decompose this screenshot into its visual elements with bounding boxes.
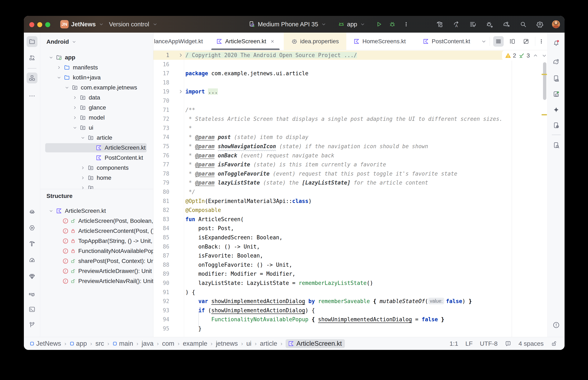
indent-widget[interactable]: 4 spaces [519, 340, 544, 347]
project-tree-item-ui[interactable]: ui [40, 123, 153, 133]
line-ending-widget[interactable]: LF [465, 340, 473, 347]
chevron-right-icon[interactable] [72, 95, 78, 100]
editor-tab-articlescreen-kt[interactable]: ArticleScreen.kt [211, 33, 280, 50]
build-tool-hammer-icon[interactable] [27, 238, 38, 249]
attach-debugger-icon[interactable] [485, 20, 494, 29]
structure-squares-icon[interactable] [27, 73, 38, 83]
run-configuration[interactable]: app [347, 21, 357, 28]
project-tree-item-data[interactable]: data [40, 93, 153, 103]
services-hexagon-play-icon[interactable] [27, 222, 38, 233]
more-actions-kebab-icon[interactable] [402, 20, 411, 29]
apply-code-changes-icon[interactable] [468, 20, 478, 29]
project-tree-item-manifests[interactable]: manifests [40, 62, 153, 73]
close-tab-icon[interactable] [270, 39, 275, 44]
project-folder-icon[interactable] [27, 36, 38, 47]
structure-function-item[interactable]: fsharePost(Post, Context): Un [40, 256, 153, 266]
caret-position-widget[interactable]: 1:1 [449, 340, 458, 347]
split-view-icon[interactable] [507, 36, 517, 47]
fold-collapsed-icon[interactable] [178, 51, 183, 60]
terminal-icon[interactable] [27, 304, 38, 315]
breadcrumb-src[interactable]: src [95, 340, 104, 347]
breadcrumb-ui[interactable]: ui [246, 340, 251, 347]
chevron-down-icon[interactable] [80, 135, 86, 140]
breadcrumb-article[interactable]: article [260, 340, 277, 347]
project-tree-item-kotlin-java[interactable]: kotlin+java [40, 73, 153, 83]
structure-function-item[interactable]: fArticleScreenContent(Post, () [40, 226, 153, 236]
logcat-cat-icon[interactable] [27, 289, 38, 300]
chevron-right-icon[interactable] [80, 166, 86, 170]
structure-function-item[interactable]: fPreviewArticleNavRail(): Unit [40, 276, 153, 286]
chevron-down-icon[interactable] [48, 55, 54, 60]
search-everywhere-icon[interactable] [519, 20, 528, 29]
editor-kebab-icon[interactable] [535, 39, 547, 44]
breadcrumb-java[interactable]: java [142, 340, 154, 347]
project-view-selector[interactable]: Android [46, 36, 76, 48]
editor-tab-lanceappwidget-kt[interactable]: lanceAppWidget.kt [149, 33, 207, 50]
project-tree-item-app[interactable]: app [40, 53, 153, 62]
breadcrumb-jetnews[interactable]: jetnews [216, 340, 238, 347]
tab-list-chevron-icon[interactable] [478, 39, 490, 44]
project-tree-item-home[interactable]: home [40, 173, 153, 183]
project-tree-item-articlescreen-kt[interactable]: ArticleScreen.kt [40, 143, 153, 153]
project-tree-item[interactable] [40, 183, 153, 189]
structure-function-item[interactable]: fPreviewArticleDrawer(): Unit [40, 266, 153, 276]
inspection-bubble-icon[interactable] [505, 340, 511, 347]
gradle-sync-icon[interactable] [502, 20, 511, 29]
project-widget[interactable]: JetNews [71, 16, 104, 33]
warning-stripe-mark[interactable] [542, 114, 547, 115]
run-button[interactable] [374, 20, 384, 29]
apply-changes-icon[interactable]: A [452, 20, 461, 29]
project-tree-item-glance[interactable]: glance [40, 103, 153, 113]
editor-tab-postcontent-kt[interactable]: PostContent.kt [418, 33, 475, 50]
editor-scrollbar-thumb[interactable] [543, 62, 546, 100]
structure-function-item[interactable]: fTopAppBar(String, () -> Unit, [40, 236, 153, 246]
structure-root-item[interactable]: ArticleScreen.kt [40, 206, 153, 216]
unlock-icon[interactable] [551, 340, 557, 347]
chevron-right-icon[interactable] [72, 105, 78, 110]
more-ellipsis-icon[interactable] [27, 91, 38, 101]
gradle-elephant-icon[interactable] [551, 57, 561, 67]
problems-alert-icon[interactable] [551, 320, 561, 330]
app-quality-insights-icon[interactable] [27, 207, 38, 218]
device-mirroring-icon[interactable] [551, 120, 561, 131]
project-tree-item-com-example-jetnews[interactable]: com.example.jetnews [40, 83, 153, 93]
device-selector[interactable]: Medium Phone API 35 [258, 21, 318, 28]
project-tree-item-model[interactable]: model [40, 113, 153, 123]
code-editor[interactable]: 1/ Copyright 2020 The Android Open Sourc… [153, 50, 547, 337]
project-logo[interactable]: JN [60, 20, 69, 28]
close-window-button[interactable] [29, 22, 34, 27]
app-inspection-diamond-icon[interactable] [27, 271, 38, 282]
project-tree-item-postcontent-kt[interactable]: PostContent.kt [40, 153, 153, 163]
breadcrumb-main[interactable]: main [113, 340, 133, 347]
zoom-window-button[interactable] [45, 22, 50, 27]
editor-tab-idea-properties[interactable]: idea.properties [284, 33, 346, 50]
code-view-icon[interactable] [493, 36, 504, 47]
project-tree-item-components[interactable]: components [40, 163, 153, 173]
debug-button[interactable] [388, 20, 397, 29]
notifications-bell-icon[interactable] [551, 38, 561, 48]
breadcrumb-articlescreen-kt[interactable]: ArticleScreen.kt [286, 339, 345, 348]
device-explorer-icon[interactable] [551, 140, 561, 151]
chevron-down-icon[interactable] [56, 75, 62, 80]
gemini-sparkle-icon[interactable] [551, 105, 561, 115]
vcs-widget[interactable]: Version control [109, 16, 158, 33]
chevron-right-icon[interactable] [56, 65, 62, 70]
minimize-window-button[interactable] [37, 22, 42, 27]
breadcrumb-jetnews[interactable]: JetNews [30, 340, 61, 347]
chevron-right-icon[interactable] [80, 176, 86, 180]
design-view-icon[interactable] [521, 36, 531, 47]
warning-stripe-mark[interactable] [542, 74, 547, 75]
inspections-widget[interactable]: 2 3 [502, 50, 547, 61]
structure-function-item[interactable]: fFunctionalityNotAvailablePopu [40, 246, 153, 256]
settings-gear-icon[interactable] [535, 20, 545, 29]
profiler-gauge-icon[interactable] [27, 255, 38, 266]
chevron-down-icon[interactable] [72, 125, 78, 130]
version-control-branch-icon[interactable] [27, 319, 38, 330]
editor-tab-homescreens-kt[interactable]: HomeScreens.kt [349, 33, 410, 50]
next-problem-icon[interactable] [542, 53, 547, 58]
resource-manager-icon[interactable] [27, 53, 38, 63]
fold-collapsed-icon[interactable] [178, 87, 183, 96]
device-manager-icon[interactable] [551, 73, 561, 84]
user-avatar[interactable] [552, 20, 560, 28]
breadcrumb-app[interactable]: app [70, 340, 87, 347]
